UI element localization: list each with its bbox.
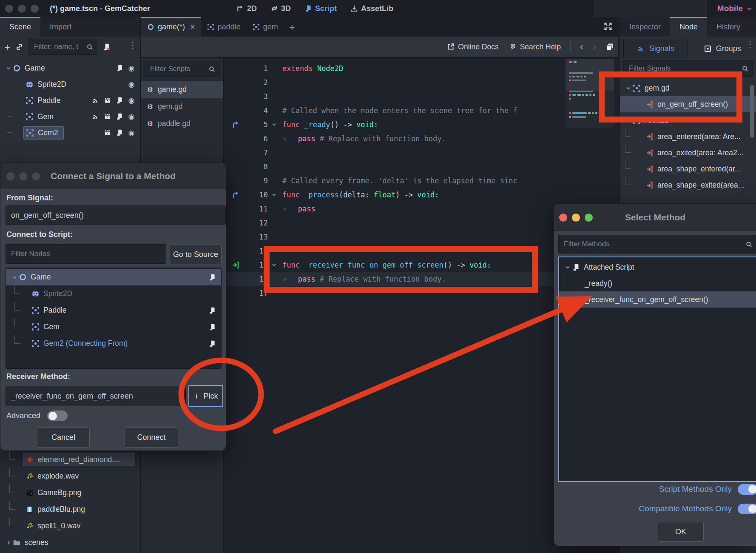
expander-icon[interactable] [23,341,31,347]
playback-button[interactable] [662,5,670,13]
code-line[interactable]: 3 [224,89,618,103]
dock-tab[interactable]: History [707,17,750,37]
script-scene-tab[interactable]: paddle [201,17,247,37]
playback-button[interactable] [677,5,685,13]
method-row[interactable]: _ready() [559,275,756,291]
scene-tree-row[interactable]: Sprite2D ◉ [0,76,140,92]
group-icon[interactable] [104,113,111,120]
expander-icon[interactable] [624,85,633,91]
close-window-icon[interactable] [5,5,13,13]
minimize-window-icon[interactable] [18,5,26,13]
script-list-item[interactable]: ⚙ game.gd [141,81,223,98]
history-back-icon[interactable]: ‹ [580,41,583,53]
eye-icon[interactable]: ◉ [128,129,135,137]
help-link[interactable]: Online Docs [447,43,498,51]
add-node-button[interactable]: + [4,43,10,51]
toggle-switch[interactable] [738,504,756,514]
filesystem-row[interactable]: explode.wav [0,468,140,485]
signal-row[interactable]: area_shape_entered(ar... [620,161,756,177]
playback-button[interactable] [616,5,624,13]
scrollbar-thumb[interactable] [750,85,754,138]
filesystem-row[interactable]: scenes [0,534,140,551]
expander-icon[interactable] [637,182,645,188]
window-controls[interactable] [5,5,39,13]
workspace-tab[interactable]: 3D [270,4,291,13]
new-tab-button[interactable]: + [284,18,300,37]
detach-script-icon[interactable] [102,43,111,51]
expander-icon[interactable] [637,166,645,172]
signal-icon[interactable] [92,97,99,104]
scene-tree-row[interactable]: Paddle ◉ [0,92,140,108]
expander-icon[interactable] [576,296,585,302]
group-icon[interactable] [104,129,111,137]
code-line[interactable]: 4# Called when the node enters the scene… [224,103,618,117]
dock-tab[interactable]: Scene [0,17,40,37]
filter-signals-input[interactable] [623,60,753,77]
filter-nodes-input[interactable] [6,244,166,264]
expander-icon[interactable] [17,473,26,479]
code-line[interactable]: 1extends Node2D [224,61,618,75]
expander-icon[interactable] [563,264,572,270]
expander-icon[interactable] [17,507,26,513]
expander-icon[interactable] [23,291,31,297]
script-scene-tab[interactable]: game(*) × [141,17,201,37]
workspace-tab[interactable]: 2D [236,4,257,13]
zoom-window-icon[interactable] [31,5,39,13]
minimap-viewport[interactable] [566,59,614,91]
scene-tree-row[interactable]: Game ◉ [0,60,140,76]
dock-tab[interactable]: Node [670,17,707,37]
dock-tab[interactable]: Inspector [620,17,670,37]
playback-button[interactable] [646,5,654,13]
history-forward-icon[interactable]: › [593,41,596,53]
workspace-tab[interactable]: Script [304,4,337,13]
signal-row[interactable]: on_gem_off_screen() [620,96,756,112]
code-line[interactable]: 6» pass # Replace with function body. [224,131,618,145]
go-to-source-button[interactable]: Go to Source [170,245,222,264]
code-line[interactable]: 8 [224,160,618,174]
script-icon[interactable] [116,129,123,137]
node-tree-row[interactable]: Sprite2D [6,285,221,302]
filesystem-row[interactable]: GameBg.png [0,485,140,501]
expander-icon[interactable] [4,65,13,71]
expander-icon[interactable] [23,308,31,314]
signal-row[interactable]: area_exited(area: Area2... [620,145,756,161]
filter-methods-input[interactable] [558,235,756,254]
node-tree-row[interactable]: Gem [6,319,221,335]
expander-icon[interactable] [17,97,26,103]
signal-row[interactable]: area_shape_exited(area... [620,177,756,193]
expander-icon[interactable] [17,523,26,529]
script-icon[interactable] [208,274,216,281]
group-icon[interactable] [104,97,111,104]
workspace-tab[interactable]: AssetLib [350,4,393,13]
node-tree-row[interactable]: Game [6,269,221,285]
scripts-panel-toggle-icon[interactable] [605,43,614,51]
code-line[interactable]: 9# Called every frame. 'delta' is the el… [224,174,618,188]
receiver-method-value[interactable]: _receiver_func_on_gem_off_screen [6,386,186,406]
eye-icon[interactable]: ◉ [128,80,135,88]
code-line[interactable]: 10func _process(delta: float) -> void: [224,188,618,202]
expander-icon[interactable] [17,81,26,87]
expander-icon[interactable] [576,280,585,286]
connect-button[interactable]: Connect [125,428,178,448]
expander-icon[interactable] [637,150,645,156]
script-icon[interactable] [208,340,216,348]
filesystem-row[interactable]: element_red_diamond.... [0,451,140,468]
code-minimap[interactable] [566,59,614,128]
tab-signals[interactable]: Signals [623,39,688,58]
advanced-toggle[interactable] [47,410,68,421]
method-row[interactable]: _receiver_func_on_gem_off_screen() [559,291,756,308]
expander-icon[interactable] [10,274,19,280]
method-row[interactable]: Attached Script [559,259,756,275]
expander-icon[interactable] [17,114,26,120]
cancel-button[interactable]: Cancel [37,428,90,448]
expander-icon[interactable] [637,101,645,107]
script-icon[interactable] [208,307,216,314]
expander-icon[interactable] [637,134,645,140]
scene-tree-row[interactable]: Gem ◉ [0,108,140,125]
script-icon[interactable] [116,97,123,104]
kebab-menu-icon[interactable]: ⋮ [128,40,137,50]
help-link[interactable]: Search Help [509,43,561,51]
scene-tree-row[interactable]: Gem2 ◉ [0,125,140,141]
expander-icon[interactable] [23,324,31,330]
script-scene-tab[interactable]: gem [247,17,284,37]
